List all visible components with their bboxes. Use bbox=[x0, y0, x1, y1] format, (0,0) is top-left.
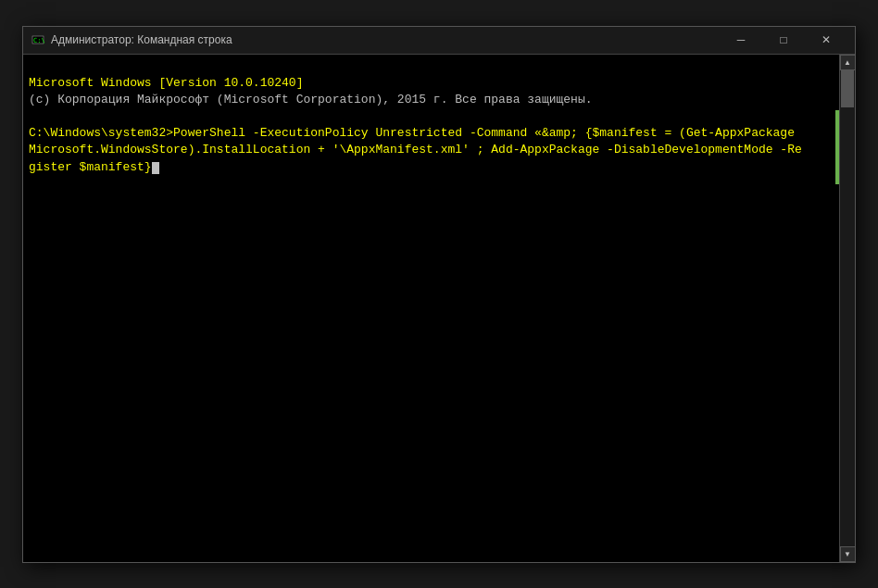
window-title: Администратор: Командная строка bbox=[51, 33, 720, 46]
titlebar-buttons: ─ □ ✕ bbox=[720, 26, 847, 54]
terminal-line-1: Microsoft Windows [Version 10.0.10240] bbox=[29, 76, 303, 90]
terminal-line-4: C:\Windows\system32>PowerShell -Executio… bbox=[29, 126, 795, 140]
cursor bbox=[152, 162, 159, 174]
scrollbar-up-arrow[interactable]: ▲ bbox=[840, 55, 856, 70]
close-button[interactable]: ✕ bbox=[805, 26, 847, 54]
terminal-content: Microsoft Windows [Version 10.0.10240] (… bbox=[23, 55, 839, 562]
svg-text:C:\: C:\ bbox=[33, 37, 44, 44]
minimize-button[interactable]: ─ bbox=[720, 26, 762, 54]
cmd-icon: C:\ bbox=[31, 32, 45, 47]
scrollbar-thumb[interactable] bbox=[841, 70, 854, 107]
terminal-body[interactable]: Microsoft Windows [Version 10.0.10240] (… bbox=[23, 55, 855, 562]
maximize-button[interactable]: □ bbox=[762, 26, 805, 54]
cmd-window: C:\ Администратор: Командная строка ─ □ … bbox=[22, 26, 856, 563]
scrollbar[interactable]: ▲ ▼ bbox=[839, 55, 855, 562]
terminal-line-5: Microsoft.WindowsStore).InstallLocation … bbox=[29, 143, 802, 156]
titlebar: C:\ Администратор: Командная строка ─ □ … bbox=[23, 27, 855, 55]
scrollbar-down-arrow[interactable]: ▼ bbox=[840, 546, 856, 562]
terminal-line-2: (с) Корпорация Майкрософт (Microsoft Cor… bbox=[29, 93, 593, 106]
terminal-line-6: gister $manifest} bbox=[29, 160, 152, 174]
scrollbar-track[interactable] bbox=[840, 70, 855, 546]
right-accent-bar bbox=[835, 110, 839, 184]
